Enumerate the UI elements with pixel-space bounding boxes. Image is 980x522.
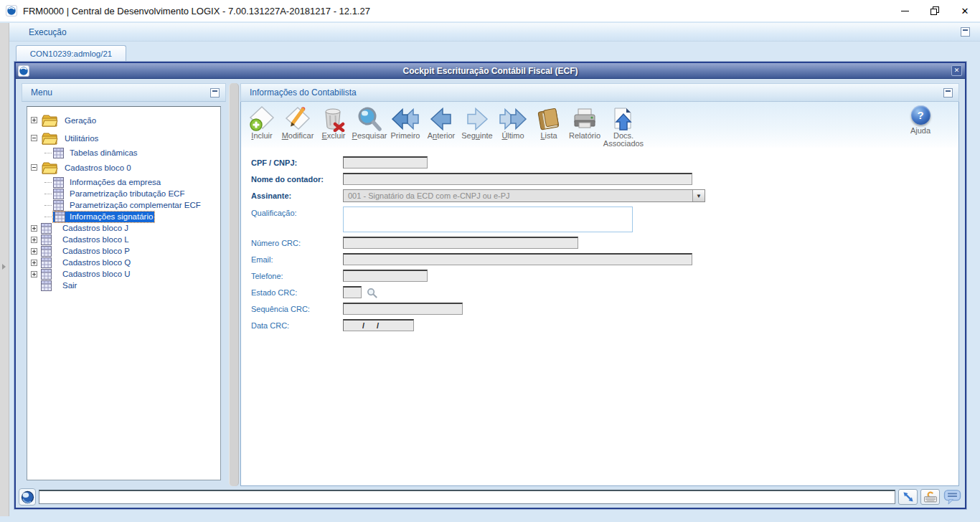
os-titlebar: FRM0000 | Central de Desenvolvimento LOG…: [0, 0, 980, 22]
resize-button[interactable]: [898, 489, 918, 505]
menu-panel-header: Menu: [22, 83, 226, 102]
selected-tree-item[interactable]: Informações signatário: [53, 212, 154, 222]
collapsed-side-strip[interactable]: [0, 23, 9, 516]
tree-item-sair[interactable]: Sair: [27, 280, 220, 291]
table-icon: [53, 189, 64, 199]
tree-item-label: Geração: [65, 116, 96, 125]
expand-plus-icon[interactable]: [31, 271, 37, 277]
collapse-minus-icon[interactable]: [31, 164, 37, 171]
expand-strip-arrow-icon[interactable]: [2, 264, 6, 270]
menu-tree: Geração Utilitários Tabelas dinâmicas: [27, 106, 221, 480]
close-icon[interactable]: ✕: [950, 0, 980, 22]
printer-icon: [570, 106, 599, 132]
ajuda-button[interactable]: ? Ajuda: [903, 105, 938, 135]
table-icon: [41, 223, 52, 234]
table-icon: [41, 246, 52, 257]
tree-item-cadastros-bloco-u[interactable]: Cadastros bloco U: [27, 268, 220, 280]
data-crc-input[interactable]: [343, 319, 414, 331]
assinante-selected-value: 001 - Signatário da ECD com e-CNPJ ou e-…: [344, 191, 692, 200]
qualificacao-label: Qualificação:: [251, 207, 343, 217]
keyboard-wrench-icon: [923, 490, 938, 503]
excluir-button[interactable]: Excluir: [316, 105, 352, 140]
menu-panel-collapse-icon[interactable]: [210, 88, 220, 98]
tree-item-geracao[interactable]: Geração: [27, 111, 220, 129]
content-body: Incluir Modificar Excluir Pesquisar: [240, 102, 959, 486]
expand-plus-icon[interactable]: [31, 237, 37, 243]
contabilista-form: CPF / CNPJ: Nome do contador: Assinante:…: [241, 148, 958, 331]
tree-item-cadastros-bloco-0[interactable]: Cadastros bloco 0: [27, 158, 220, 176]
keyboard-config-button[interactable]: [920, 489, 940, 505]
tree-item-label: Cadastros bloco 0: [65, 163, 131, 172]
cpf-cnpj-input[interactable]: [343, 156, 428, 169]
anterior-button[interactable]: Anterior: [423, 105, 459, 140]
tree-item-cadastros-bloco-l[interactable]: Cadastros bloco L: [27, 234, 220, 245]
relatorio-button[interactable]: Relatório: [567, 105, 603, 140]
book-icon: [534, 106, 563, 132]
panel-splitter[interactable]: [229, 83, 239, 486]
menubar: Execução: [9, 23, 980, 42]
pesquisar-button[interactable]: Pesquisar: [352, 105, 387, 140]
docs-associados-button[interactable]: Docs. Associados: [603, 105, 644, 148]
lista-button[interactable]: Lista: [531, 105, 567, 140]
primeiro-button[interactable]: Primeiro: [387, 105, 423, 140]
tree-item-parametrizacao-complementar-ecf[interactable]: Parametrização complementar ECF: [27, 199, 220, 211]
menu-panel-title: Menu: [31, 87, 52, 98]
tree-item-cadastros-bloco-q[interactable]: Cadastros bloco Q: [27, 257, 220, 268]
email-input[interactable]: [343, 253, 692, 265]
folder-icon: [41, 161, 58, 174]
menu-panel: Menu Geração Utilitários: [22, 83, 226, 486]
window-close-icon[interactable]: ✕: [951, 65, 962, 76]
expand-plus-icon[interactable]: [31, 225, 37, 232]
content-panel: Informações do Contabilista Incluir Modi…: [240, 83, 959, 486]
window-title: Cockpit Escrituração Contábil Fiscal (EC…: [16, 66, 965, 76]
tree-item-label: Cadastros bloco U: [62, 270, 131, 278]
content-panel-collapse-icon[interactable]: [943, 88, 953, 98]
table-icon: [41, 280, 52, 291]
tab-con10239[interactable]: CON10239:admlog/21: [16, 45, 126, 62]
chat-button[interactable]: [943, 488, 962, 506]
status-message-field[interactable]: [39, 490, 895, 504]
numero-crc-input[interactable]: [343, 237, 578, 249]
tree-item-label: Cadastros bloco L: [62, 235, 129, 244]
globe-icon: [21, 490, 34, 504]
expand-plus-icon[interactable]: [31, 248, 37, 255]
restore-icon[interactable]: [920, 0, 950, 22]
chevron-down-icon[interactable]: ▼: [692, 190, 705, 201]
telefone-input[interactable]: [343, 270, 428, 282]
globe-button[interactable]: [19, 488, 36, 506]
menu-execucao[interactable]: Execução: [29, 27, 67, 37]
tree-item-cadastros-bloco-p[interactable]: Cadastros bloco P: [27, 245, 220, 257]
tree-item-utilitarios[interactable]: Utilitários: [27, 129, 220, 147]
tree-item-informacoes-signatario[interactable]: Informações signatário: [27, 211, 220, 222]
tree-item-tabelas-dinamicas[interactable]: Tabelas dinâmicas: [27, 147, 220, 158]
tree-item-parametrizacao-tributacao-ecf[interactable]: Parametrização tributação ECF: [27, 188, 220, 199]
assinante-label: Assinante:: [251, 189, 343, 200]
first-arrow-icon: [391, 106, 420, 132]
email-label: Email:: [251, 253, 343, 264]
help-icon: ?: [911, 105, 930, 125]
telefone-label: Telefone:: [251, 270, 343, 280]
qualificacao-textarea[interactable]: [343, 207, 633, 232]
tree-item-label: Tabelas dinâmicas: [70, 148, 138, 157]
expand-plus-icon[interactable]: [31, 260, 37, 266]
assinante-select[interactable]: 001 - Signatário da ECD com e-CNPJ ou e-…: [343, 189, 705, 202]
nome-contador-input[interactable]: [343, 173, 692, 185]
totvs-logo-icon: [6, 5, 17, 16]
chat-bubble-icon: [943, 489, 961, 505]
ultimo-button[interactable]: Último: [495, 105, 531, 140]
menubar-minimize-icon[interactable]: [961, 27, 970, 37]
tree-item-informacoes-da-empresa[interactable]: Informações da empresa: [27, 176, 220, 188]
table-icon: [41, 269, 52, 280]
window-titlebar[interactable]: Cockpit Escrituração Contábil Fiscal (EC…: [16, 63, 965, 79]
modificar-button[interactable]: Modificar: [280, 105, 316, 140]
minimize-icon[interactable]: [890, 0, 920, 22]
estado-crc-input[interactable]: [343, 286, 362, 298]
lookup-magnifier-icon[interactable]: [367, 288, 377, 298]
seguinte-button[interactable]: Seguinte: [459, 105, 495, 140]
expand-plus-icon[interactable]: [31, 117, 37, 123]
incluir-button[interactable]: Incluir: [244, 105, 280, 140]
tree-item-label: Informações da empresa: [70, 178, 161, 186]
collapse-minus-icon[interactable]: [31, 135, 37, 141]
tree-item-cadastros-bloco-j[interactable]: Cadastros bloco J: [27, 222, 220, 234]
sequencia-crc-input[interactable]: [343, 303, 463, 315]
